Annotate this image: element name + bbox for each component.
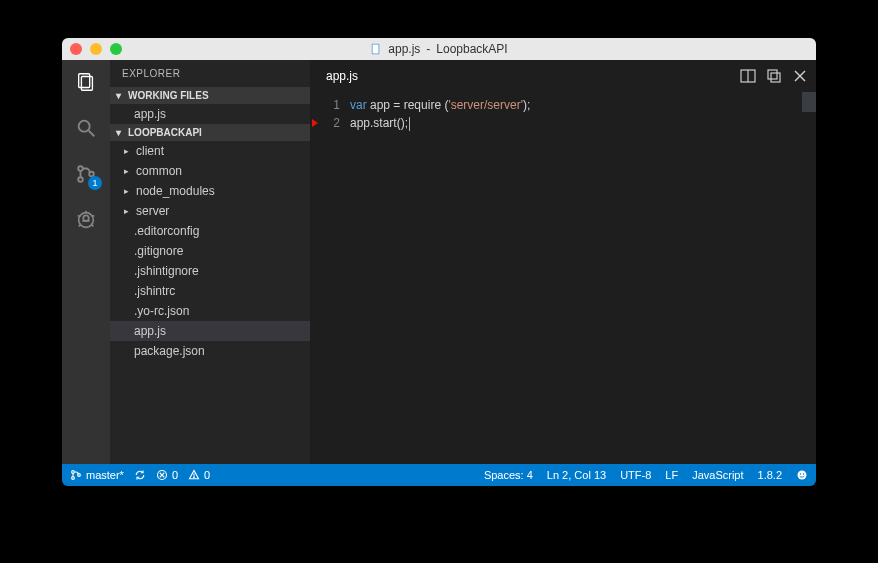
- eol-status[interactable]: LF: [665, 469, 678, 481]
- more-actions-icon[interactable]: [766, 68, 782, 84]
- folder-item[interactable]: ▸server: [110, 201, 310, 221]
- sidebar-title: EXPLORER: [110, 60, 310, 87]
- tabbar: app.js: [310, 60, 816, 92]
- code-line: app.start();: [350, 114, 530, 132]
- svg-rect-19: [768, 70, 777, 79]
- version-status[interactable]: 1.8.2: [758, 469, 782, 481]
- title-filename: app.js: [388, 42, 420, 56]
- chevron-right-icon: ▸: [124, 186, 132, 196]
- close-tab-icon[interactable]: [792, 68, 808, 84]
- svg-point-30: [194, 477, 195, 478]
- svg-point-32: [800, 473, 802, 475]
- code-content[interactable]: var app = require ('server/server'); app…: [350, 92, 530, 464]
- source-control-icon[interactable]: 1: [72, 160, 100, 188]
- indentation-status[interactable]: Spaces: 4: [484, 469, 533, 481]
- minimap[interactable]: [802, 92, 816, 464]
- svg-rect-1: [373, 45, 379, 54]
- split-editor-icon[interactable]: [740, 68, 756, 84]
- file-icon: [370, 43, 382, 55]
- project-header[interactable]: ▾ LOOPBACKAPI: [110, 124, 310, 141]
- folder-item[interactable]: ▸client: [110, 141, 310, 161]
- window-title: app.js - LoopbackAPI: [370, 42, 507, 56]
- minimap-viewport[interactable]: [802, 92, 816, 112]
- file-item[interactable]: .jshintrc: [110, 281, 310, 301]
- svg-point-24: [72, 477, 75, 480]
- minimize-window-button[interactable]: [90, 43, 102, 55]
- zoom-window-button[interactable]: [110, 43, 122, 55]
- chevron-down-icon: ▾: [116, 90, 124, 101]
- git-branch-status[interactable]: master*: [70, 469, 124, 481]
- editor-tab[interactable]: app.js: [318, 69, 366, 83]
- tab-actions: [740, 68, 808, 84]
- window-body: 1 EXPLORER ▾ WORKING FILES app.js ▾ LOOP…: [62, 60, 816, 464]
- statusbar-right: Spaces: 4 Ln 2, Col 13 UTF-8 LF JavaScri…: [484, 469, 808, 481]
- line-gutter: 1 2: [310, 92, 350, 464]
- text-cursor: [409, 117, 410, 131]
- statusbar-left: master* 0 0: [70, 469, 210, 481]
- svg-line-12: [78, 215, 80, 216]
- svg-line-5: [89, 131, 95, 137]
- search-icon[interactable]: [72, 114, 100, 142]
- file-item[interactable]: .yo-rc.json: [110, 301, 310, 321]
- chevron-right-icon: ▸: [124, 146, 132, 156]
- breakpoint-indicator-icon: [312, 119, 318, 127]
- warnings-status[interactable]: 0: [188, 469, 210, 481]
- titlebar: app.js - LoopbackAPI: [62, 38, 816, 60]
- svg-point-4: [79, 121, 90, 132]
- statusbar: master* 0 0 Spaces: 4 Ln 2, Col 13 UTF-8…: [62, 464, 816, 486]
- svg-point-23: [72, 471, 75, 474]
- folder-item[interactable]: ▸node_modules: [110, 181, 310, 201]
- svg-rect-20: [771, 73, 780, 82]
- title-project: LoopbackAPI: [436, 42, 507, 56]
- svg-line-15: [92, 225, 94, 227]
- file-item-selected[interactable]: app.js: [110, 321, 310, 341]
- file-item[interactable]: .jshintignore: [110, 261, 310, 281]
- chevron-down-icon: ▾: [116, 127, 124, 138]
- line-number: 2: [314, 114, 340, 132]
- line-number: 1: [314, 96, 340, 114]
- close-window-button[interactable]: [70, 43, 82, 55]
- chevron-right-icon: ▸: [124, 206, 132, 216]
- editor-area: app.js 1: [310, 60, 816, 464]
- explorer-icon[interactable]: [72, 68, 100, 96]
- feedback-icon[interactable]: [796, 469, 808, 481]
- errors-status[interactable]: 0: [156, 469, 178, 481]
- svg-point-31: [798, 471, 807, 480]
- source-control-badge: 1: [88, 176, 102, 190]
- activitybar: 1: [62, 60, 110, 464]
- file-item[interactable]: .editorconfig: [110, 221, 310, 241]
- code-editor[interactable]: 1 2 var app = require ('server/server');…: [310, 92, 816, 464]
- file-item[interactable]: .gitignore: [110, 241, 310, 261]
- folder-item[interactable]: ▸common: [110, 161, 310, 181]
- svg-point-7: [78, 177, 83, 182]
- sync-icon[interactable]: [134, 469, 146, 481]
- file-item[interactable]: package.json: [110, 341, 310, 361]
- encoding-status[interactable]: UTF-8: [620, 469, 651, 481]
- debug-icon[interactable]: [72, 206, 100, 234]
- working-files-header[interactable]: ▾ WORKING FILES: [110, 87, 310, 104]
- svg-line-14: [79, 225, 81, 227]
- svg-line-13: [92, 215, 94, 216]
- code-line: var app = require ('server/server');: [350, 96, 530, 114]
- language-status[interactable]: JavaScript: [692, 469, 743, 481]
- vscode-window: app.js - LoopbackAPI 1 EXPLORER: [62, 38, 816, 486]
- sidebar: EXPLORER ▾ WORKING FILES app.js ▾ LOOPBA…: [110, 60, 310, 464]
- cursor-position-status[interactable]: Ln 2, Col 13: [547, 469, 606, 481]
- working-file-item[interactable]: app.js: [110, 104, 310, 124]
- window-controls: [62, 43, 122, 55]
- svg-point-33: [803, 473, 805, 475]
- svg-point-6: [78, 166, 83, 171]
- chevron-right-icon: ▸: [124, 166, 132, 176]
